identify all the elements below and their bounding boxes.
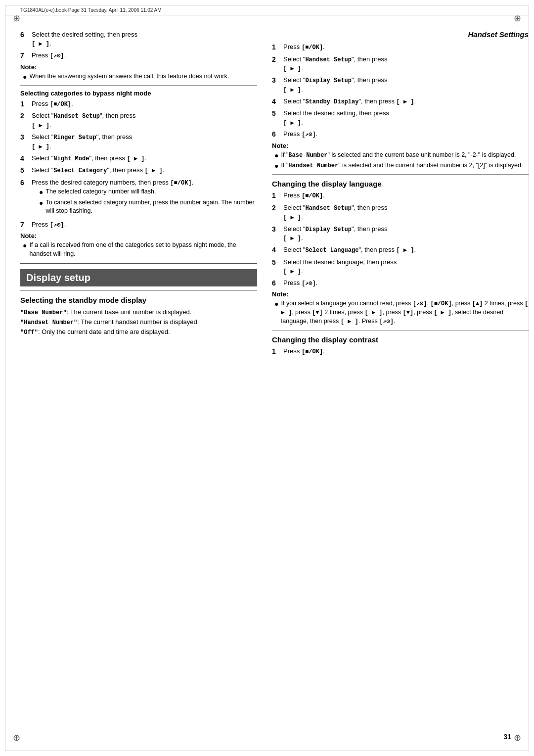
bullet-4: ● <box>274 299 278 308</box>
note-label-4: Note: <box>272 290 529 298</box>
lang-step-num-2: 2 <box>272 203 281 213</box>
bypass-step-3: 3 Select "Ringer Setup", then press [ ▶ … <box>20 133 257 151</box>
bypass-sub1: ● The selected category number will flas… <box>32 188 257 196</box>
lang-steps: 1 Press [■/OK]. 2 Select "Handset Setup"… <box>272 191 529 288</box>
lang-s1-btn: [■/OK] <box>302 192 323 199</box>
left-column: 6 Select the desired setting, then press… <box>20 30 257 359</box>
note-label-1: Note: <box>20 63 257 71</box>
note-text-2: If a call is received from one of the ca… <box>29 241 257 258</box>
subsection-title-bypass: Selecting categories to bypass night mod… <box>20 90 257 97</box>
lang-s3-code: Display Setup <box>305 226 352 233</box>
lang-s6-btn: [↗⊙] <box>302 280 316 287</box>
top-bar-text: TG1840AL(e-e).book Page 31 Tuesday, Apri… <box>20 7 162 13</box>
base-number-text: : The current base unit number is displa… <box>67 308 192 316</box>
right-column: Handset Settings 1 Press [■/OK]. 2 Selec… <box>272 30 529 359</box>
off-text: : Only the current date and time are dis… <box>38 328 170 335</box>
note-text-1: When the answering system answers the ca… <box>29 72 257 81</box>
lang-step-num-3: 3 <box>272 225 281 235</box>
bypass-s4-code: Night Mode <box>53 155 89 162</box>
bypass-step-1: 1 Press [■/OK]. <box>20 99 257 109</box>
standby-heading: Selecting the standby mode display <box>20 296 257 304</box>
right-step-4-content: Select "Standby Display", then press [ ▶… <box>283 97 529 106</box>
lang-s4-btn: [ ▶ ] <box>397 247 414 254</box>
lang-s2-code: Handset Setup <box>305 205 352 212</box>
note-item-2: ● If a call is received from one of the … <box>20 241 257 258</box>
bypass-step-2: 2 Select "Handset Setup", then press [ ▶… <box>20 111 257 130</box>
r-step4-btn: [ ▶ ] <box>397 98 414 105</box>
bypass-s5-code: Select Category <box>53 167 107 174</box>
contrast-step-1: 1 Press [■/OK]. <box>272 347 529 357</box>
bypass-step-4: 4 Select "Night Mode", then press [ ▶ ]. <box>20 154 257 164</box>
note-label-2: Note: <box>20 232 257 239</box>
contrast-s1-btn: [■/OK] <box>302 348 323 355</box>
content-area: 6 Select the desired setting, then press… <box>5 20 529 374</box>
r-step3-btn: [ ▶ ] <box>283 87 301 94</box>
right-step-6: 6 Press [↗⊙]. <box>272 130 529 140</box>
bypass-bullet-1: ● <box>39 188 43 196</box>
bullet-3a: ● <box>274 151 278 160</box>
corner-mark-br: ⊕ <box>514 732 521 743</box>
lang-s2-btn: [ ▶ ] <box>283 214 301 221</box>
lang-step-1-content: Press [■/OK]. <box>283 191 529 200</box>
right-steps-main: 1 Press [■/OK]. 2 Select "Handset Setup"… <box>272 43 529 140</box>
bypass-step-num-6: 6 <box>20 178 29 188</box>
lang-step-3: 3 Select "Display Setup", then press [ ▶… <box>272 225 529 243</box>
continuation-steps: 6 Select the desired setting, then press… <box>20 30 257 61</box>
bypass-steps: 1 Press [■/OK]. 2 Select "Handset Setup"… <box>20 99 257 230</box>
bypass-sub2: ● To cancel a selected category number, … <box>32 198 257 216</box>
bullet-1: ● <box>23 72 27 81</box>
corner-mark-tl: ⊕ <box>13 13 20 24</box>
bypass-step-5-content: Select "Select Category", then press [ ▶… <box>32 166 257 175</box>
note-section-1: Note: ● When the answering system answer… <box>20 63 257 81</box>
display-setup-heading: Display setup <box>20 269 257 286</box>
corner-mark-tr: ⊕ <box>514 13 521 24</box>
r-step6-btn: [↗⊙] <box>302 131 316 138</box>
right-step-4: 4 Select "Standby Display", then press [… <box>272 97 529 107</box>
bypass-step-7-content: Press [↗⊙]. <box>32 220 257 230</box>
bullet-2: ● <box>23 241 27 250</box>
right-step-num-3: 3 <box>272 76 281 86</box>
right-step-num-5: 5 <box>272 109 281 119</box>
standby-description: "Base Number": The current base unit num… <box>20 307 257 337</box>
right-step-5-content: Select the desired setting, then press [… <box>283 109 529 127</box>
bypass-step-3-content: Select "Ringer Setup", then press [ ▶ ]. <box>32 133 257 151</box>
right-step-num-6: 6 <box>272 130 281 140</box>
handset-number-text: : The current handset number is displaye… <box>77 318 199 326</box>
divider-3 <box>272 174 529 175</box>
lang-step-num-5: 5 <box>272 258 281 268</box>
note-label-3: Note: <box>272 142 529 149</box>
step-num-6: 6 <box>20 30 29 40</box>
right-step-num-2: 2 <box>272 55 281 65</box>
page-border: ⊕ ⊕ ⊕ ⊕ TG1840AL(e-e).book Page 31 Tuesd… <box>5 5 529 751</box>
note-text-3a: If "Base Number" is selected and the cur… <box>281 151 529 160</box>
divider-4 <box>272 330 529 331</box>
right-step-num-4: 4 <box>272 97 281 107</box>
step7-btn: [↗⊙] <box>50 52 64 59</box>
right-step-num-1: 1 <box>272 43 281 52</box>
right-step-1-content: Press [■/OK]. <box>283 43 529 52</box>
note-text-4: If you select a language you cannot read… <box>281 299 529 326</box>
bypass-s1-btn: [■/OK] <box>50 101 71 108</box>
bypass-s7-btn: [↗⊙] <box>50 222 64 229</box>
lang-step-2: 2 Select "Handset Setup", then press [ ▶… <box>272 203 529 222</box>
top-bar: TG1840AL(e-e).book Page 31 Tuesday, Apri… <box>5 5 529 15</box>
bypass-sub2-text: To cancel a selected category number, pr… <box>45 198 257 216</box>
r-step5-btn: [ ▶ ] <box>283 120 301 127</box>
bypass-step-2-content: Select "Handset Setup", then press [ ▶ ]… <box>32 111 257 130</box>
step-6: 6 Select the desired setting, then press… <box>20 30 257 48</box>
note-item-3a: ● If "Base Number" is selected and the c… <box>272 151 529 160</box>
right-step-2: 2 Select "Handset Setup", then press [ ▶… <box>272 55 529 74</box>
lang-step-num-4: 4 <box>272 245 281 255</box>
step6-btn: [ ▶ ] <box>32 41 49 47</box>
r-step2-btn: [ ▶ ] <box>283 65 301 72</box>
bypass-step-num-5: 5 <box>20 166 29 176</box>
note-item-3b: ● If "Handset Number" is selected and th… <box>272 161 529 170</box>
bypass-step-5: 5 Select "Select Category", then press [… <box>20 166 257 176</box>
bypass-bullet-2: ● <box>39 198 43 207</box>
note-section-3: Note: ● If "Base Number" is selected and… <box>272 142 529 170</box>
divider-1 <box>20 85 257 86</box>
lang-s3-btn: [ ▶ ] <box>283 235 301 242</box>
r-step2-code: Handset Setup <box>305 56 352 63</box>
note-section-2: Note: ● If a call is received from one o… <box>20 232 257 258</box>
bypass-s4-btn: [ ▶ ] <box>127 155 145 162</box>
